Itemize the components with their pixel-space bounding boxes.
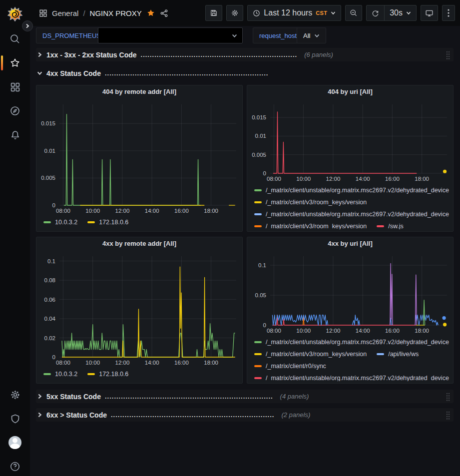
refresh-interval-dropdown[interactable]: 30s	[384, 5, 416, 20]
y-axis-tick-label: 0.01	[255, 133, 266, 139]
legend-item[interactable]: 172.18.0.6	[87, 371, 128, 378]
sidebar-item-explore[interactable]	[0, 101, 30, 121]
legend-swatch	[43, 221, 51, 223]
variable-select-request-host[interactable]: All	[297, 27, 326, 43]
row-header-1xx[interactable]: 1xx - 3xx - 2xx Status Code ............…	[36, 48, 454, 61]
row-leader-dots: ........................................…	[111, 411, 274, 419]
x-axis-tick-label: 14:00	[145, 360, 159, 366]
sidebar-item-search[interactable]	[0, 29, 30, 49]
refresh-interval-value: 30s	[390, 8, 403, 17]
panel-4xx-by-uri: 4xx by uri [All] 00.050.108:0010:0012:00…	[247, 237, 454, 384]
x-axis-tick-label: 08:00	[56, 360, 70, 366]
panel-4xx-by-remote-addr: 4xx by remote addr [All] 00.020.040.060.…	[36, 237, 243, 384]
legend-label: /_matrix/client/unstable/org.matrix.msc2…	[266, 211, 449, 218]
breadcrumb-separator: /	[83, 9, 85, 17]
legend-row: /_matrix/client/unstable/org.matrix.msc2…	[254, 372, 453, 381]
timeseries-chart[interactable]: 00.020.040.060.080.108:0010:0012:0014:00…	[36, 250, 242, 367]
legend-item[interactable]: /sw.js	[377, 223, 404, 229]
variable-select-datasource[interactable]	[98, 27, 243, 43]
save-dashboard-button[interactable]	[205, 5, 222, 21]
zoom-out-time-button[interactable]	[345, 5, 362, 21]
chevron-right-icon	[25, 23, 30, 28]
legend-item[interactable]: /api/live/ws	[377, 351, 419, 358]
share-icon[interactable]	[160, 9, 168, 17]
variable-label-request-host: request_host	[253, 27, 303, 43]
time-range-label: Last 12 hours	[264, 8, 312, 17]
legend-label: /_matrix/client/unstable/org.matrix.msc2…	[266, 375, 449, 381]
sidebar-expand-button[interactable]	[22, 20, 33, 31]
row-header-6xx[interactable]: 6xx > Status Code ......................…	[36, 408, 454, 422]
y-axis-tick-label: 0	[263, 322, 266, 328]
grafana-flame-icon	[7, 6, 22, 21]
time-range-current[interactable]: Last 12 hours CST	[248, 5, 341, 20]
row-title: 4xx Status Code	[46, 69, 101, 77]
row-header-5xx[interactable]: 5xx Status Code ........................…	[36, 390, 454, 403]
gear-icon	[231, 9, 239, 17]
panel-title[interactable]: 404 by remote addr [All]	[36, 85, 242, 98]
sidebar-item-help[interactable]	[0, 457, 30, 476]
legend-row: 10.0.3.2172.18.0.6	[43, 216, 242, 228]
x-axis-tick-label: 14:00	[356, 176, 370, 182]
time-range-picker[interactable]: Last 12 hours CST	[247, 5, 341, 21]
x-axis-tick-label: 12:00	[115, 360, 130, 366]
refresh-button[interactable]	[367, 5, 384, 20]
y-axis-tick-label: 0	[263, 170, 266, 176]
sidebar-item-server-admin[interactable]	[0, 409, 30, 429]
breadcrumb-section[interactable]: General	[52, 9, 78, 17]
x-axis-tick-label: 08:00	[56, 208, 70, 214]
legend-swatch	[87, 221, 95, 223]
dashboard-settings-button[interactable]	[226, 5, 243, 21]
timeseries-chart[interactable]: 00.050.108:0010:0012:0014:0016:0018:00	[247, 250, 453, 335]
breadcrumb-dashboard-title[interactable]: NGINX PROXY	[90, 9, 142, 17]
legend-item[interactable]: /_matrix/client/v3/room_keys/version	[254, 199, 367, 206]
variable-value-request-host: All	[303, 32, 310, 39]
row-drag-handle-icon[interactable]	[446, 392, 451, 401]
panel-404-by-uri: 404 by uri [All] 00.0050.010.01508:0010:…	[247, 85, 454, 232]
series-line	[415, 315, 438, 325]
more-options-button[interactable]	[442, 5, 455, 21]
sidebar-item-configuration[interactable]	[0, 385, 30, 405]
legend-item[interactable]: 10.0.3.2	[43, 371, 77, 378]
dashboard-submenu: DS_PROMETHEUS request_host All	[30, 26, 460, 46]
panel-title[interactable]: 4xx by uri [All]	[247, 237, 453, 250]
panel-legend: /_matrix/client/unstable/org.matrix.msc2…	[247, 335, 453, 381]
sidebar-item-dashboards[interactable]	[0, 77, 30, 97]
timeseries-chart[interactable]: 00.0050.010.01508:0010:0012:0014:0016:00…	[247, 98, 453, 183]
cycle-view-mode-button[interactable]	[421, 5, 438, 21]
sidebar-item-starred[interactable]	[0, 53, 30, 73]
legend-item[interactable]: /_matrix/client/unstable/org.matrix.msc2…	[254, 187, 449, 194]
legend-label: /_matrix/client/r0/sync	[266, 363, 326, 370]
legend-item[interactable]: /_matrix/client/unstable/org.matrix.msc2…	[254, 375, 449, 381]
sidebar	[0, 0, 30, 476]
legend-label: 172.18.0.6	[99, 371, 128, 378]
series-point-marker	[443, 323, 447, 326]
chevron-right-icon	[37, 394, 42, 399]
y-axis-tick-label: 0.08	[44, 277, 55, 283]
legend-swatch	[254, 377, 262, 379]
favorite-star-icon[interactable]	[146, 8, 155, 17]
chevron-down-icon	[314, 33, 320, 38]
legend-swatch	[43, 373, 51, 375]
panel-title[interactable]: 404 by uri [All]	[247, 85, 453, 98]
sidebar-item-alerting[interactable]	[0, 125, 30, 145]
legend-item[interactable]: 10.0.3.2	[43, 219, 77, 226]
sidebar-item-profile[interactable]	[0, 433, 30, 453]
row-drag-handle-icon[interactable]	[446, 50, 451, 59]
x-axis-tick-label: 16:00	[174, 208, 189, 214]
row-header-4xx[interactable]: 4xx Status Code ........................…	[36, 66, 454, 80]
panel-title[interactable]: 4xx by remote addr [All]	[36, 237, 242, 250]
legend-item[interactable]: /_matrix/client/v3/room_keys/version	[254, 223, 367, 229]
legend-item[interactable]: /_matrix/client/r0/sync	[254, 363, 326, 370]
legend-item[interactable]: 172.18.0.6	[87, 219, 128, 226]
legend-item[interactable]: /_matrix/client/unstable/org.matrix.msc2…	[254, 339, 449, 346]
legend-item[interactable]: /_matrix/client/v3/room_keys/version	[254, 351, 367, 358]
timeseries-chart[interactable]: 00.0050.010.01508:0010:0012:0014:0016:00…	[36, 98, 242, 215]
gear-icon	[10, 390, 20, 400]
row-drag-handle-icon[interactable]	[446, 411, 451, 420]
legend-label: /_matrix/client/unstable/org.matrix.msc2…	[266, 339, 449, 346]
variable-label-datasource: DS_PROMETHEUS	[36, 27, 107, 43]
legend-item[interactable]: /_matrix/client/unstable/org.matrix.msc2…	[254, 211, 449, 218]
legend-swatch	[254, 201, 262, 203]
legend-label: /_matrix/client/v3/room_keys/version	[266, 223, 367, 229]
x-axis-tick-label: 16:00	[385, 176, 400, 182]
